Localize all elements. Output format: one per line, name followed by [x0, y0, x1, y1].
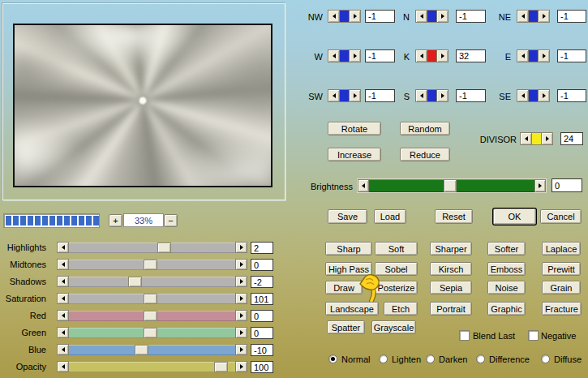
filter-soft-button[interactable]: Soft — [375, 242, 418, 256]
slider-track[interactable] — [69, 243, 235, 253]
negative-checkbox[interactable] — [528, 330, 539, 341]
random-button[interactable]: Random — [400, 122, 450, 135]
filter-graphic-button[interactable]: Graphic — [487, 302, 526, 316]
brightness-slider[interactable] — [358, 179, 546, 192]
divisor-spinner[interactable] — [520, 132, 553, 145]
slider-value[interactable]: 101 — [251, 293, 273, 305]
slider-right-arrow-icon[interactable] — [235, 276, 247, 287]
progress-segment — [35, 216, 41, 226]
radio-normal[interactable] — [328, 354, 337, 363]
slider-right-arrow-icon[interactable] — [235, 310, 247, 321]
slider-track[interactable] — [69, 362, 235, 372]
slider-left-arrow-icon[interactable] — [57, 293, 69, 304]
slider-value[interactable]: -2 — [251, 276, 273, 288]
kernel-e-value[interactable]: -1 — [557, 49, 586, 62]
slider-thumb[interactable] — [157, 243, 171, 253]
cancel-button[interactable]: Cancel — [540, 209, 582, 224]
filter-noise-button[interactable]: Noise — [487, 281, 526, 294]
slider-right-arrow-icon[interactable] — [235, 259, 247, 270]
filter-grain-button[interactable]: Grain — [542, 281, 581, 294]
kernel-k-spinner[interactable] — [415, 49, 449, 62]
slider-track[interactable] — [69, 328, 235, 338]
spinner-left-arrow-icon — [415, 89, 427, 102]
brightness-value[interactable]: 0 — [552, 178, 582, 192]
radio-diffuse[interactable] — [541, 354, 550, 363]
radio-difference[interactable] — [476, 354, 485, 363]
slider-value[interactable]: 2 — [251, 242, 273, 254]
blend-last-checkbox[interactable] — [459, 330, 470, 341]
slider-right-arrow-icon[interactable] — [235, 293, 247, 304]
filter-emboss-button[interactable]: Emboss — [487, 262, 526, 276]
slider-right-arrow-icon[interactable] — [235, 327, 247, 338]
slider-track[interactable] — [69, 311, 235, 321]
radio-darken[interactable] — [426, 354, 435, 363]
reduce-button[interactable]: Reduce — [400, 148, 450, 161]
slider-value[interactable]: 0 — [251, 259, 273, 271]
slider-left-arrow-icon[interactable] — [57, 344, 69, 355]
filter-sepia-button[interactable]: Sepia — [430, 281, 472, 294]
slider-thumb[interactable] — [128, 277, 142, 287]
slider-track[interactable] — [69, 294, 235, 304]
slider-thumb[interactable] — [135, 345, 148, 355]
filter-kirsch-button[interactable]: Kirsch — [430, 262, 472, 276]
slider-thumb[interactable] — [144, 311, 157, 321]
divisor-value[interactable]: 24 — [560, 132, 583, 145]
rotate-button[interactable]: Rotate — [328, 122, 381, 135]
filter-grayscale-button[interactable]: Grayscale — [371, 320, 416, 334]
brightness-track[interactable] — [369, 179, 534, 192]
radio-lighten[interactable] — [379, 354, 388, 363]
slider-value[interactable]: 0 — [251, 310, 273, 322]
slider-right-arrow-icon[interactable] — [235, 344, 247, 355]
slider-left-arrow-icon[interactable] — [57, 361, 69, 372]
reset-button[interactable]: Reset — [435, 209, 473, 224]
kernel-nw-spinner[interactable] — [328, 10, 361, 23]
slider-right-arrow-icon[interactable] — [235, 242, 247, 253]
save-button[interactable]: Save — [328, 209, 367, 224]
slider-value[interactable]: 0 — [251, 327, 273, 339]
kernel-se-value[interactable]: -1 — [557, 89, 586, 102]
slider-left-arrow-icon[interactable] — [57, 259, 69, 270]
filter-softer-button[interactable]: Softer — [487, 242, 526, 256]
zoom-in-button[interactable]: + — [109, 214, 122, 227]
kernel-s-spinner[interactable] — [415, 89, 449, 102]
kernel-n-value[interactable]: -1 — [456, 10, 486, 23]
kernel-k-value[interactable]: 32 — [456, 49, 486, 62]
kernel-s-value[interactable]: -1 — [456, 89, 486, 102]
kernel-ne-value[interactable]: -1 — [557, 10, 586, 23]
ok-button[interactable]: OK — [493, 208, 536, 225]
brightness-thumb[interactable] — [444, 179, 457, 192]
slider-thumb[interactable] — [214, 362, 228, 372]
filter-etch-button[interactable]: Etch — [384, 302, 418, 316]
kernel-se-spinner[interactable] — [517, 89, 550, 102]
filter-sharper-button[interactable]: Sharper — [430, 242, 472, 256]
kernel-sw-spinner[interactable] — [328, 89, 361, 102]
filter-portrait-button[interactable]: Portrait — [430, 302, 472, 316]
slider-track[interactable] — [69, 260, 235, 270]
increase-button[interactable]: Increase — [328, 148, 381, 161]
kernel-e-spinner[interactable] — [517, 49, 550, 62]
slider-value[interactable]: -10 — [251, 344, 273, 356]
filter-fracture-button[interactable]: Fracture — [542, 302, 582, 316]
slider-track[interactable] — [69, 345, 235, 355]
filter-laplace-button[interactable]: Laplace — [542, 242, 581, 256]
slider-left-arrow-icon[interactable] — [57, 310, 69, 321]
filter-spatter-button[interactable]: Spatter — [327, 320, 365, 334]
zoom-out-button[interactable]: − — [164, 214, 178, 227]
kernel-ne-spinner[interactable] — [517, 10, 550, 23]
preview-image[interactable] — [13, 24, 273, 187]
slider-thumb[interactable] — [144, 294, 157, 304]
filter-sharp-button[interactable]: Sharp — [325, 242, 372, 256]
kernel-w-spinner[interactable] — [328, 49, 361, 62]
slider-value[interactable]: 100 — [251, 361, 273, 373]
load-button[interactable]: Load — [374, 209, 406, 224]
slider-track[interactable] — [69, 277, 235, 287]
slider-thumb[interactable] — [144, 260, 157, 270]
slider-thumb[interactable] — [144, 328, 157, 338]
filter-prewitt-button[interactable]: Prewitt — [542, 262, 581, 276]
slider-left-arrow-icon[interactable] — [57, 276, 69, 287]
slider-right-arrow-icon[interactable] — [235, 361, 247, 372]
filter-landscape-button[interactable]: Landscape — [325, 302, 379, 316]
slider-left-arrow-icon[interactable] — [57, 327, 69, 338]
kernel-n-spinner[interactable] — [415, 10, 449, 23]
slider-left-arrow-icon[interactable] — [57, 242, 69, 253]
